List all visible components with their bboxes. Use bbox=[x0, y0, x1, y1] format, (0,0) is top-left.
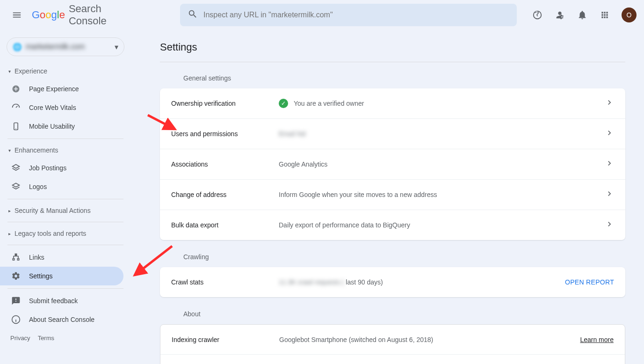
feedback-icon bbox=[11, 296, 21, 306]
learn-more-link[interactable]: Learn more bbox=[580, 336, 614, 343]
section-label-about: About bbox=[183, 310, 625, 318]
menu-button[interactable] bbox=[7, 6, 26, 24]
apps-button[interactable] bbox=[595, 6, 614, 24]
row-change-of-address[interactable]: Change of address Inform Google when you… bbox=[160, 180, 625, 210]
section-label-general: General settings bbox=[183, 74, 625, 82]
row-users-permissions[interactable]: Users and permissions Email hid bbox=[160, 119, 625, 149]
card-about: Indexing crawler Googlebot Smartphone (s… bbox=[160, 324, 625, 364]
sitemap-icon bbox=[11, 253, 21, 262]
chevron-right-icon bbox=[605, 159, 614, 170]
layers-icon bbox=[11, 163, 21, 173]
caret-right-icon: ▸ bbox=[8, 231, 11, 236]
layers-icon bbox=[11, 182, 21, 191]
sidebar-item-settings[interactable]: Settings bbox=[0, 267, 123, 285]
sidebar-item-label: Page Experience bbox=[29, 85, 79, 93]
logo: Google Search Console bbox=[32, 3, 142, 27]
sidebar-item-label: Mobile Usability bbox=[29, 123, 75, 130]
notifications-button[interactable] bbox=[573, 6, 592, 24]
footer-links: Privacy Terms bbox=[0, 329, 131, 347]
sidebar-item-label: Settings bbox=[29, 272, 53, 280]
sidebar-item-about[interactable]: About Search Console bbox=[0, 310, 123, 329]
person-gear-icon bbox=[555, 10, 565, 20]
section-label-crawling: Crawling bbox=[183, 253, 625, 261]
sidebar-item-core-web-vitals[interactable]: Core Web Vitals bbox=[0, 98, 123, 117]
section-security[interactable]: ▸ Security & Manual Actions bbox=[0, 202, 131, 219]
bell-icon bbox=[577, 10, 587, 20]
gauge-icon bbox=[11, 103, 21, 112]
sidebar-item-label: Core Web Vitals bbox=[29, 104, 76, 111]
search-icon bbox=[188, 9, 198, 21]
chevron-right-icon bbox=[605, 98, 614, 109]
sidebar-item-job-postings[interactable]: Job Postings bbox=[0, 159, 123, 177]
open-report-button[interactable]: OPEN REPORT bbox=[565, 278, 614, 286]
card-crawling: Crawl stats 11.3K crawl requests ( last … bbox=[160, 267, 625, 297]
sidebar-item-links[interactable]: Links bbox=[0, 248, 123, 267]
row-crawl-stats[interactable]: Crawl stats 11.3K crawl requests ( last … bbox=[160, 267, 625, 297]
hamburger-icon bbox=[12, 10, 22, 20]
section-experience[interactable]: ▾ Experience bbox=[0, 63, 131, 80]
chevron-right-icon bbox=[605, 128, 614, 139]
sidebar-item-label: Job Postings bbox=[29, 164, 66, 172]
globe-icon: 🌐 bbox=[13, 43, 22, 51]
section-enhancements[interactable]: ▾ Enhancements bbox=[0, 142, 131, 159]
sidebar-item-label: About Search Console bbox=[29, 316, 94, 323]
sidebar-item-page-experience[interactable]: Page Experience bbox=[0, 80, 123, 98]
gear-icon bbox=[11, 271, 21, 281]
sidebar: 🌐 marketermilk.com ▾ ▾ Experience Page E… bbox=[0, 30, 131, 364]
caret-right-icon: ▸ bbox=[8, 208, 11, 213]
chevron-right-icon bbox=[605, 189, 614, 200]
help-icon bbox=[532, 10, 543, 20]
chevron-right-icon bbox=[605, 219, 614, 231]
phone-icon bbox=[11, 122, 21, 131]
sidebar-item-submit-feedback[interactable]: Submit feedback bbox=[0, 291, 123, 310]
search-input[interactable] bbox=[203, 11, 513, 19]
property-selector[interactable]: 🌐 marketermilk.com ▾ bbox=[7, 37, 124, 56]
svg-point-2 bbox=[15, 128, 16, 129]
check-circle-icon: ✓ bbox=[279, 99, 288, 108]
page-title: Settings bbox=[160, 41, 625, 53]
privacy-link[interactable]: Privacy bbox=[10, 335, 30, 342]
product-name: Search Console bbox=[69, 3, 142, 27]
sidebar-item-logos[interactable]: Logos bbox=[0, 177, 123, 196]
avatar[interactable]: O bbox=[622, 7, 637, 22]
chevron-down-icon: ▾ bbox=[115, 43, 118, 51]
row-indexing-crawler: Indexing crawler Googlebot Smartphone (s… bbox=[160, 325, 625, 355]
caret-down-icon: ▾ bbox=[8, 69, 11, 74]
circle-plus-icon bbox=[11, 84, 21, 94]
manage-users-button[interactable] bbox=[550, 6, 569, 24]
header: Google Search Console O bbox=[0, 0, 644, 30]
sidebar-item-label: Links bbox=[29, 254, 44, 261]
card-general-settings: Ownership verification ✓ You are a verif… bbox=[160, 88, 625, 240]
search-bar[interactable] bbox=[180, 4, 517, 26]
row-ownership-verification[interactable]: Ownership verification ✓ You are a verif… bbox=[160, 88, 625, 119]
apps-grid-icon bbox=[600, 10, 609, 20]
main: Settings General settings Ownership veri… bbox=[131, 30, 644, 364]
row-property-added: Property added to account October 12, 20… bbox=[160, 355, 625, 364]
sidebar-item-label: Submit feedback bbox=[29, 297, 78, 305]
info-icon bbox=[11, 315, 21, 324]
property-name: marketermilk.com bbox=[26, 43, 115, 51]
section-legacy[interactable]: ▸ Legacy tools and reports bbox=[0, 225, 131, 242]
terms-link[interactable]: Terms bbox=[38, 335, 54, 342]
sidebar-item-label: Logos bbox=[29, 183, 47, 190]
row-bulk-data-export[interactable]: Bulk data export Daily export of perform… bbox=[160, 210, 625, 240]
caret-down-icon: ▾ bbox=[8, 148, 11, 153]
sidebar-item-mobile-usability[interactable]: Mobile Usability bbox=[0, 117, 123, 136]
help-button[interactable] bbox=[528, 6, 547, 24]
row-associations[interactable]: Associations Google Analytics bbox=[160, 149, 625, 180]
